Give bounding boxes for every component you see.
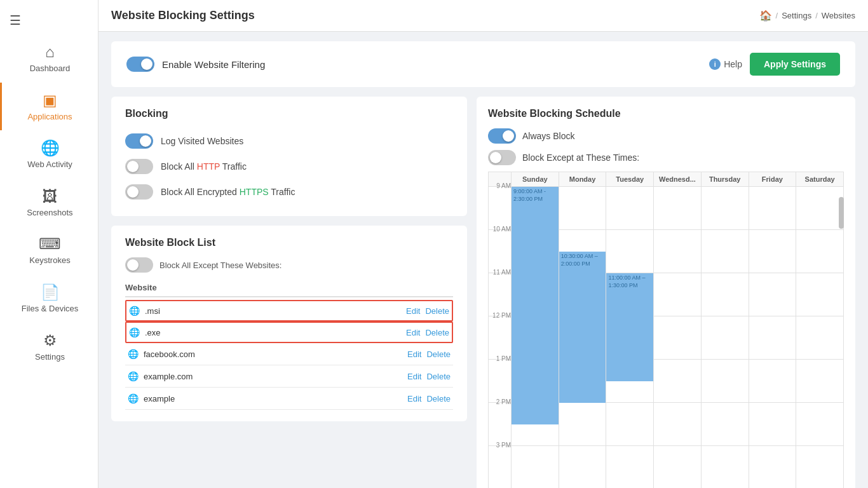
blocklist-toggle-label: Block All Except These Websites: (159, 261, 281, 270)
calendar-cell-friday-row4[interactable] (749, 360, 796, 403)
globe-icon: 🌐 (129, 306, 140, 316)
edit-link[interactable]: Edit (407, 372, 421, 381)
sidebar-item-keystrokes[interactable]: ⌨ Keystrokes (0, 226, 98, 274)
calendar-cell-monday-row2[interactable] (559, 273, 606, 316)
calendar-cell-sunday-row3[interactable] (512, 316, 559, 360)
always-block-toggle[interactable] (488, 128, 516, 144)
calendar-cell-tuesday-row0[interactable] (606, 187, 654, 230)
calendar-cell-monday-row1[interactable]: 10:30:00 AM – 2:00:00 PM (559, 230, 606, 273)
site-name: example.com (144, 372, 407, 381)
home-icon[interactable]: 🏠 (759, 10, 772, 22)
calendar-cell-sunday-row6[interactable] (512, 446, 559, 489)
toggle-track (125, 184, 153, 200)
sidebar-item-web-activity[interactable]: 🌐 Web Activity (0, 130, 98, 179)
schedule-card: Website Blocking Schedule Always Block (477, 97, 855, 488)
web-activity-icon: 🌐 (41, 139, 60, 157)
breadcrumb-settings[interactable]: Settings (782, 11, 811, 20)
always-block-label: Always Block (522, 131, 574, 141)
delete-link[interactable]: Delete (426, 394, 451, 403)
calendar-cell-wednesday-row6[interactable] (654, 446, 702, 489)
calendar-cell-wednesday-row2[interactable] (654, 273, 702, 316)
calendar-cell-monday-row5[interactable] (559, 403, 606, 446)
blocking-option-http: Block All HTTP Traffic (125, 154, 453, 179)
calendar-cell-tuesday-row2[interactable]: 11:00:00 AM – 1:30:00 PM (606, 273, 654, 316)
calendar-cell-saturday-row5[interactable] (796, 403, 844, 446)
calendar-cell-sunday-row0[interactable]: 9:00:00 AM - 2:30:00 PM (512, 187, 559, 230)
sidebar-toggle[interactable]: ☰ (0, 6, 98, 34)
calendar-cell-tuesday-row5[interactable] (606, 403, 654, 446)
calendar-cell-wednesday-row5[interactable] (654, 403, 702, 446)
calendar-cell-saturday-row2[interactable] (796, 273, 844, 316)
scroll-thumb[interactable] (839, 197, 844, 229)
calendar-cell-thursday-row3[interactable] (701, 316, 749, 360)
calendar-cell-thursday-row2[interactable] (701, 273, 749, 316)
calendar-cell-sunday-row2[interactable] (512, 273, 559, 316)
delete-link[interactable]: Delete (425, 328, 449, 337)
edit-link[interactable]: Edit (407, 349, 421, 359)
log-visited-toggle[interactable] (125, 133, 153, 149)
calendar-cell-saturday-row1[interactable] (796, 230, 844, 273)
left-column: Blocking Log Visited Websites (111, 97, 467, 488)
row-actions: Edit Delete (407, 372, 451, 381)
delete-link[interactable]: Delete (426, 372, 451, 381)
calendar-cell-tuesday-row3[interactable] (606, 316, 654, 360)
calendar-cell-friday-row1[interactable] (749, 230, 796, 273)
calendar-cell-monday-row3[interactable] (559, 316, 606, 360)
calendar-cell-thursday-row5[interactable] (701, 403, 749, 446)
calendar-cell-saturday-row3[interactable] (796, 316, 844, 360)
sidebar-item-screenshots[interactable]: 🖼 Screenshots (0, 179, 98, 227)
sidebar-item-dashboard[interactable]: ⌂ Dashboard (0, 34, 98, 83)
help-button[interactable]: i Help (709, 58, 742, 70)
calendar-cell-wednesday-row4[interactable] (654, 360, 702, 403)
calendar-cell-saturday-row6[interactable] (796, 446, 844, 489)
keystrokes-icon: ⌨ (39, 235, 61, 253)
calendar-cell-friday-row2[interactable] (749, 273, 796, 316)
calendar-cell-saturday-row4[interactable] (796, 360, 844, 403)
calendar-cell-friday-row3[interactable] (749, 316, 796, 360)
edit-link[interactable]: Edit (406, 328, 420, 337)
applications-icon: ▣ (43, 92, 57, 109)
calendar-cell-tuesday-row1[interactable] (606, 230, 654, 273)
delete-link[interactable]: Delete (426, 349, 451, 359)
table-row: 🌐 .msi Edit Delete (125, 300, 453, 322)
calendar-cell-tuesday-row6[interactable] (606, 446, 654, 489)
sidebar-item-settings[interactable]: ⚙ Settings (0, 323, 98, 371)
calendar-cell-friday-row0[interactable] (749, 187, 796, 230)
calendar-cell-wednesday-row3[interactable] (654, 316, 702, 360)
calendar-cell-thursday-row0[interactable] (701, 187, 749, 230)
edit-link[interactable]: Edit (407, 394, 421, 403)
calendar-cell-wednesday-row0[interactable] (654, 187, 702, 230)
block-except-times-toggle[interactable] (488, 150, 516, 165)
time-label: 11 AM (489, 273, 512, 316)
block-https-toggle[interactable] (125, 184, 153, 200)
calendar-cell-thursday-row1[interactable] (701, 230, 749, 273)
calendar-cell-thursday-row6[interactable] (701, 446, 749, 489)
calendar-cell-friday-row5[interactable] (749, 403, 796, 446)
calendar-cell-thursday-row4[interactable] (701, 360, 749, 403)
apply-settings-button[interactable]: Apply Settings (750, 53, 840, 76)
calendar-cell-monday-row0[interactable] (559, 187, 606, 230)
block-http-toggle[interactable] (125, 159, 153, 174)
toggle-thumb (140, 135, 151, 147)
calendar-cell-sunday-row4[interactable] (512, 360, 559, 403)
block-except-toggle[interactable] (125, 257, 153, 273)
enable-filtering-toggle[interactable] (126, 57, 154, 72)
table-row: 🌐 example.com Edit Delete (125, 365, 453, 388)
sidebar-item-applications[interactable]: ▣ Applications (0, 83, 98, 131)
calendar-cell-wednesday-row1[interactable] (654, 230, 702, 273)
table-row: 🌐 .exe Edit Delete (125, 322, 453, 343)
calendar-cell-sunday-row5[interactable] (512, 403, 559, 446)
calendar-cell-friday-row6[interactable] (749, 446, 796, 489)
filter-bar: Enable Website Filtering i Help Apply Se… (111, 41, 855, 87)
calendar-cell-tuesday-row4[interactable] (606, 360, 654, 403)
delete-link[interactable]: Delete (425, 306, 449, 316)
toggle-track (488, 150, 516, 165)
toggle-track (126, 57, 154, 72)
calendar-cell-saturday-row0[interactable] (796, 187, 844, 230)
calendar-cell-sunday-row1[interactable] (512, 230, 559, 273)
calendar-cell-monday-row6[interactable] (559, 446, 606, 489)
sidebar-item-files-devices[interactable]: 📄 Files & Devices (0, 274, 98, 323)
breadcrumb-websites[interactable]: Websites (822, 11, 855, 20)
calendar-cell-monday-row4[interactable] (559, 360, 606, 403)
edit-link[interactable]: Edit (406, 306, 420, 316)
